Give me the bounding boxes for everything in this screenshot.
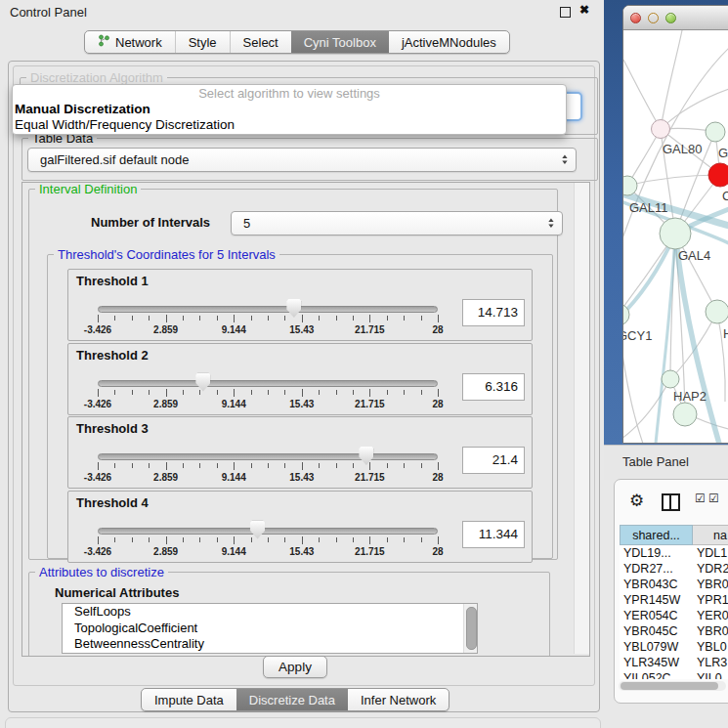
tab-network[interactable]: Network <box>85 31 175 53</box>
attribute-list-item[interactable]: SelfLoops <box>63 604 477 621</box>
tab-label: Cyni Toolbox <box>304 35 376 50</box>
cell-name: YPR1 <box>693 592 728 608</box>
attribute-items: SelfLoopsTopologicalCoefficientBetweenne… <box>63 604 477 653</box>
close-icon[interactable]: ✖ <box>579 3 589 17</box>
table-row[interactable]: YBR045CYBR0 <box>620 623 728 639</box>
tab-jactivemnodules[interactable]: jActiveMNodules <box>389 31 509 53</box>
threshold-value-field[interactable]: 6.316 <box>462 373 525 401</box>
threshold-slider[interactable]: -3.4262.8599.14415.4321.71528 <box>68 417 459 488</box>
column-header-shared-name[interactable]: shared... <box>620 525 693 545</box>
network-node[interactable] <box>706 122 725 142</box>
threshold-panel: Threshold 1 -3.4262.8599.14415.4321.7152… <box>67 269 533 341</box>
attribute-list-item[interactable]: TopologicalCoefficient <box>63 621 477 637</box>
network-node[interactable] <box>673 403 697 426</box>
network-branch-icon <box>98 34 110 50</box>
tab-label: Infer Network <box>361 693 436 707</box>
slider-track[interactable] <box>98 453 438 460</box>
slider-track[interactable] <box>98 528 438 535</box>
slider-thumb[interactable] <box>286 299 301 318</box>
threshold-panel: Threshold 4 -3.4262.8599.14415.4321.7152… <box>67 491 533 563</box>
network-node[interactable] <box>652 120 670 139</box>
table-row[interactable]: YBR043CYBR0 <box>620 577 728 592</box>
close-traffic-light-icon[interactable] <box>630 13 641 23</box>
panel-title: Control Panel <box>10 5 87 20</box>
node-label: GCY1 <box>623 328 652 343</box>
slider-thumb[interactable] <box>250 521 265 539</box>
table-row[interactable]: YBL079WYBL0 <box>620 639 728 655</box>
panel-scrollbar[interactable] <box>574 183 589 654</box>
cell-shared-name: YBL079W <box>620 639 693 655</box>
network-node[interactable] <box>660 218 691 249</box>
number-of-intervals-value: 5 <box>232 216 548 231</box>
list-scrollbar-thumb[interactable] <box>466 607 477 650</box>
threshold-slider[interactable]: -3.4262.8599.14415.4321.71528 <box>68 344 459 414</box>
network-window: GAL80GACGAL11GAL4GCY1HHAP2 <box>622 5 728 444</box>
number-of-intervals-spinner[interactable]: 5 ▲▼ <box>231 211 563 236</box>
table-hscrollbar[interactable] <box>619 681 726 691</box>
table-row[interactable]: YLR345WYLR3 <box>620 655 728 670</box>
attribute-list-item[interactable]: BetweennessCentrality <box>63 636 477 653</box>
tab-infer-network[interactable]: Infer Network <box>348 689 449 710</box>
cell-shared-name: YBR043C <box>620 577 693 592</box>
slider-track[interactable] <box>98 380 438 387</box>
tab-discretize-data[interactable]: Discretize Data <box>236 689 348 710</box>
table-data-value: galFiltered.sif default node <box>28 152 562 167</box>
zoom-traffic-light-icon[interactable] <box>665 13 676 23</box>
cell-shared-name: YDL19... <box>620 545 693 561</box>
settings-gear-icon[interactable]: ⚙ <box>629 491 644 511</box>
numerical-attributes-list[interactable]: SelfLoopsTopologicalCoefficientBetweenne… <box>62 603 478 654</box>
table-row[interactable]: YER054CYER0 <box>620 608 728 623</box>
table-row[interactable]: YIL052CYIL0 <box>620 670 728 679</box>
threshold-value-field[interactable]: 14.713 <box>462 299 525 326</box>
threshold-slider[interactable]: -3.4262.8599.14415.4321.71528 <box>68 270 459 340</box>
threshold-value-field[interactable]: 11.344 <box>462 521 525 548</box>
split-view-icon[interactable] <box>662 493 680 511</box>
cell-shared-name: YBR045C <box>620 623 693 639</box>
threshold-value-field[interactable]: 21.4 <box>462 447 525 474</box>
network-node[interactable] <box>708 163 728 187</box>
table-row[interactable]: YPR145WYPR1 <box>620 592 728 608</box>
network-window-titlebar <box>623 6 728 30</box>
tab-label: Style <box>189 35 217 50</box>
minimize-traffic-light-icon[interactable] <box>648 13 659 23</box>
list-scrollbar[interactable] <box>463 604 477 653</box>
node-table: shared... na YDL19...YDL1YDR27...YDR2YBR… <box>620 525 728 679</box>
network-edge <box>623 379 670 441</box>
table-row[interactable]: YDL19...YDL1 <box>620 545 728 561</box>
dropdown-prompt: Select algorithm to view settings <box>13 86 566 102</box>
slider-thumb[interactable] <box>195 373 210 392</box>
network-node[interactable] <box>662 370 679 388</box>
network-edge <box>623 60 661 129</box>
dropdown-option[interactable]: Equal Width/Frequency Discretization <box>13 117 566 133</box>
cell-shared-name: YPR145W <box>620 592 693 608</box>
cell-name: YER0 <box>693 608 728 623</box>
cell-name: YDR2 <box>693 561 728 577</box>
slider-track[interactable] <box>98 306 438 313</box>
apply-button[interactable]: Apply <box>263 656 327 678</box>
network-canvas[interactable]: GAL80GACGAL11GAL4GCY1HHAP2 <box>623 30 728 444</box>
node-label: H <box>723 326 728 341</box>
dropdown-option[interactable]: Manual Discretization <box>13 102 566 117</box>
tab-select[interactable]: Select <box>230 31 291 53</box>
float-window-icon[interactable] <box>560 7 571 18</box>
cell-shared-name: YIL052C <box>620 670 693 679</box>
table-row[interactable]: YDR27...YDR2 <box>620 561 728 577</box>
network-node[interactable] <box>706 300 728 323</box>
select-rows-checkbox-icon[interactable]: ☑ <box>708 492 719 505</box>
threshold-slider[interactable]: -3.4262.8599.14415.4321.71528 <box>68 492 459 562</box>
node-label: GA <box>718 146 728 160</box>
node-label: GAL4 <box>678 248 710 263</box>
spinner-arrows-icon: ▲▼ <box>548 218 562 229</box>
algorithm-dropdown-popup: Select algorithm to view settings Manual… <box>12 84 567 135</box>
slider-thumb[interactable] <box>359 447 373 465</box>
tab-impute-data[interactable]: Impute Data <box>142 689 236 710</box>
tab-style[interactable]: Style <box>175 31 230 53</box>
tab-cyni-toolbox[interactable]: Cyni Toolbox <box>291 31 389 53</box>
table-rows: YDL19...YDL1YDR27...YDR2YBR043CYBR0YPR14… <box>620 545 728 679</box>
select-columns-checkbox-icon[interactable]: ☑ <box>695 492 706 505</box>
table-hscrollbar-thumb[interactable] <box>621 682 718 690</box>
network-node[interactable] <box>623 176 637 195</box>
column-header-name[interactable]: na <box>693 525 728 545</box>
table-data-select[interactable]: galFiltered.sif default node ▲▼ <box>27 148 577 172</box>
node-label: C <box>722 189 728 203</box>
